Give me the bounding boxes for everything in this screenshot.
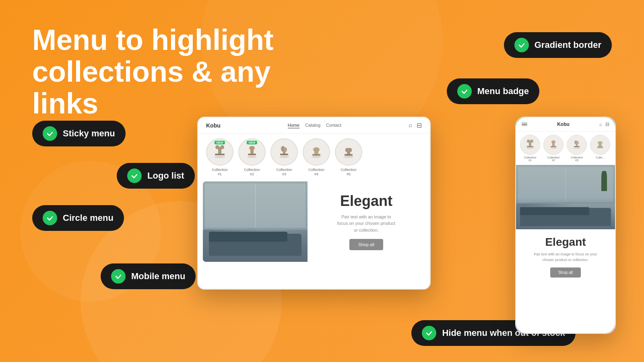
nav-home[interactable]: Home	[288, 123, 299, 128]
mobile-search-icon[interactable]: ⌕	[599, 121, 602, 127]
svg-point-13	[284, 147, 287, 152]
mobile-header: Kobu ⌕ ⊟	[516, 117, 615, 132]
mobile-hero-desc: Pair text with an image to focus on your…	[534, 252, 597, 263]
mobile-shop-button[interactable]: Shop all	[550, 267, 581, 278]
background: Menu to highlight collections & any link…	[0, 0, 644, 362]
svg-point-4	[220, 145, 224, 149]
mobile-col-label-3: Collection#3	[571, 156, 583, 162]
svg-rect-2	[215, 154, 225, 155]
mobile-col-4[interactable]: Colle...	[590, 135, 610, 162]
mobile-col-label-4: Colle...	[596, 156, 605, 159]
mobile-collections: Collection#1 Collection#2	[516, 132, 615, 165]
desktop-mockup: Kobu Home Catalog Contact ⌕ ⊟ NEW	[197, 117, 431, 290]
svg-point-35	[576, 141, 579, 144]
mobile-mockup: Kobu ⌕ ⊟ Collection#1	[515, 117, 616, 334]
svg-point-30	[551, 140, 555, 144]
svg-rect-7	[248, 154, 256, 155]
hero-desc: Pair text with an image tofocus on your …	[337, 214, 395, 234]
badge-gradient-border: Gradient border	[504, 32, 612, 58]
sticky-menu-label: Sticky menu	[63, 128, 115, 139]
svg-rect-11	[280, 154, 288, 155]
badge-circle-menu: Circle menu	[32, 205, 124, 231]
mockup-logo: Kobu	[206, 122, 221, 129]
mockup-nav-icons: ⌕ ⊟	[409, 121, 422, 129]
svg-rect-38	[597, 146, 603, 148]
nav-catalog[interactable]: Catalog	[305, 123, 320, 128]
svg-point-26	[530, 140, 533, 143]
collection-circle-2: NEW	[238, 138, 266, 166]
mockup-nav: Home Catalog Contact	[288, 123, 341, 128]
mobile-col-1[interactable]: Collection#1	[520, 135, 540, 162]
mobile-hero-title: Elegant	[545, 236, 586, 249]
collection-item-4[interactable]: Collection#4	[303, 138, 330, 177]
hero-content: Elegant Pair text with an image tofocus …	[308, 181, 425, 262]
svg-point-25	[527, 140, 530, 143]
svg-point-18	[344, 156, 353, 158]
collection-label-1: Collection#1	[212, 168, 228, 177]
collection-circle-3	[270, 138, 298, 166]
svg-rect-37	[599, 143, 602, 147]
mobile-hero-content: Elegant Pair text with an image to focus…	[516, 229, 615, 284]
badge-mobile-menu: Mobile menu	[101, 263, 196, 289]
cart-icon[interactable]: ⊟	[417, 121, 422, 129]
svg-rect-21	[345, 148, 352, 152]
mobile-logo: Kobu	[557, 121, 570, 127]
svg-point-27	[550, 147, 557, 149]
mobile-cart-icon[interactable]: ⊟	[605, 121, 609, 127]
svg-rect-29	[551, 146, 556, 147]
title-line1: Menu to highlight	[32, 24, 314, 56]
collection-circle-5	[335, 138, 362, 166]
svg-point-14	[312, 156, 321, 158]
svg-point-39	[598, 141, 603, 144]
mobile-col-circle-4	[590, 135, 610, 155]
mobile-col-circle-2	[543, 135, 564, 155]
badge-sticky-menu: Sticky menu	[32, 121, 126, 146]
mobile-hero-image	[516, 165, 615, 229]
mobile-col-circle-1	[520, 135, 540, 155]
check-icon-gradient	[514, 38, 529, 52]
collection-circle-1: NEW	[206, 138, 233, 166]
mobile-col-label-1: Collection#1	[524, 156, 537, 162]
svg-point-5	[247, 156, 257, 158]
badge-menu-badge: Menu badge	[447, 78, 539, 104]
mobile-col-2[interactable]: Collection#2	[543, 135, 564, 162]
collection-item-3[interactable]: Collection#3	[270, 138, 298, 177]
collection-item-2[interactable]: NEW Collection#2	[238, 138, 266, 177]
collection-label-2: Collection#2	[244, 168, 260, 177]
svg-rect-32	[576, 142, 578, 147]
main-title: Menu to highlight collections & any link…	[32, 24, 314, 120]
collection-circle-4	[303, 138, 330, 166]
svg-point-22	[526, 147, 534, 149]
collection-label-5: Collection#5	[341, 168, 357, 177]
collection-item-5[interactable]: Collection#5	[335, 138, 362, 177]
svg-rect-16	[312, 154, 320, 156]
circle-menu-label: Circle menu	[63, 213, 114, 223]
mobile-col-3[interactable]: Collection#3	[567, 135, 587, 162]
svg-point-17	[313, 147, 320, 152]
svg-point-0	[214, 156, 225, 158]
collection-item-1[interactable]: NEW Collection#1	[206, 138, 233, 177]
title-line2: collections & any links	[32, 56, 314, 119]
mobile-col-circle-3	[567, 135, 587, 155]
svg-rect-20	[345, 154, 353, 156]
svg-rect-24	[527, 146, 533, 147]
search-icon[interactable]: ⌕	[409, 121, 413, 129]
mobile-menu-label: Mobile menu	[131, 271, 185, 282]
check-icon-logo	[127, 169, 142, 183]
check-icon-hide	[422, 326, 436, 340]
svg-rect-33	[574, 146, 580, 147]
hamburger-icon[interactable]	[522, 123, 527, 126]
shop-all-button[interactable]: Shop all	[349, 239, 383, 250]
svg-point-34	[574, 140, 578, 144]
mockup-hero: Elegant Pair text with an image tofocus …	[203, 181, 425, 262]
mobile-nav-icons: ⌕ ⊟	[599, 121, 609, 127]
hero-title: Elegant	[340, 193, 392, 210]
svg-rect-23	[529, 141, 531, 147]
nav-contact[interactable]: Contact	[326, 123, 341, 128]
check-icon-circle	[43, 211, 57, 225]
svg-point-3	[215, 145, 219, 149]
svg-point-36	[597, 147, 604, 149]
svg-point-31	[573, 147, 580, 149]
hero-image	[203, 181, 308, 262]
logo-list-label: Logo list	[147, 171, 184, 181]
